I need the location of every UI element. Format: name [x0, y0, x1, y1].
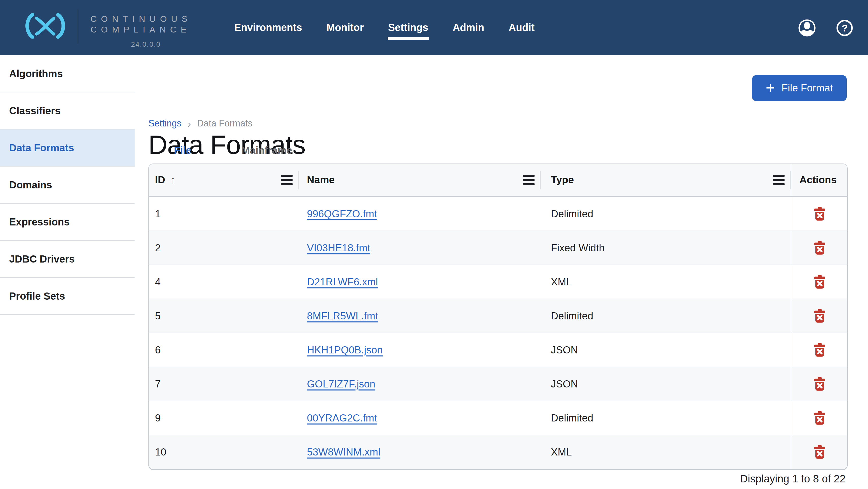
- add-file-format-button[interactable]: + File Format: [752, 75, 847, 101]
- breadcrumb-chevron-icon: ›: [188, 119, 191, 129]
- sidebar-item-domains[interactable]: Domains: [0, 167, 135, 204]
- sidebar-item-data-formats[interactable]: Data Formats: [0, 129, 135, 167]
- delete-button[interactable]: [811, 341, 828, 358]
- sidebar-item-algorithms[interactable]: Algorithms: [0, 55, 135, 92]
- nav-item-monitor[interactable]: Monitor: [327, 22, 364, 34]
- format-name-link[interactable]: D21RLWF6.xml: [307, 276, 378, 288]
- table-row: 2 VI03HE18.fmt Fixed Width: [149, 231, 847, 265]
- main-nav: Environments Monitor Settings Admin Audi…: [234, 0, 535, 55]
- brand-line-1: CONTINUOUS: [90, 14, 192, 24]
- cell-id: 5: [149, 299, 299, 333]
- cell-id: 6: [149, 333, 299, 367]
- delete-button[interactable]: [811, 307, 828, 324]
- cell-type: XML: [541, 265, 791, 299]
- breadcrumb-current: Data Formats: [197, 118, 252, 129]
- format-name-link[interactable]: GOL7IZ7F.json: [307, 378, 375, 390]
- table-row: 6 HKH1PQ0B.json JSON: [149, 333, 847, 367]
- sidebar-item-profile-sets[interactable]: Profile Sets: [0, 278, 135, 315]
- cell-id: 9: [149, 401, 299, 435]
- app-version: 24.0.0.0: [90, 40, 201, 48]
- delete-button[interactable]: [811, 444, 828, 461]
- table-body: 1 996QGFZO.fmt Delimited 2 VI03HE18.fmt …: [149, 197, 847, 469]
- nav-item-audit[interactable]: Audit: [509, 22, 535, 34]
- plus-icon: +: [766, 79, 775, 95]
- cell-id: 2: [149, 231, 299, 265]
- settings-sidebar: Algorithms Classifiers Data Formats Doma…: [0, 55, 135, 489]
- cell-id: 1: [149, 197, 299, 231]
- column-header-id[interactable]: ID ↑: [149, 164, 299, 196]
- breadcrumb: Settings › Data Formats: [148, 118, 253, 129]
- table-row: 9 00YRAG2C.fmt Delimited: [149, 401, 847, 435]
- format-name-link[interactable]: 8MFLR5WL.fmt: [307, 310, 378, 322]
- pagination-status: Displaying 1 to 8 of 22: [740, 473, 846, 485]
- column-label-actions: Actions: [799, 174, 837, 186]
- delete-button[interactable]: [811, 239, 828, 256]
- app-root: CONTINUOUS COMPLIANCE 24.0.0.0 Environme…: [0, 0, 868, 489]
- cell-id: 10: [149, 435, 299, 469]
- cell-type: Delimited: [541, 299, 791, 333]
- nav-item-admin[interactable]: Admin: [453, 22, 484, 34]
- cell-type: Delimited: [541, 197, 791, 231]
- brand-divider: [78, 9, 78, 44]
- tab-mainframe[interactable]: Mainframe: [217, 136, 317, 167]
- topbar-actions: ?: [798, 0, 854, 55]
- trash-delete-icon: [813, 275, 826, 289]
- brand-name: CONTINUOUS COMPLIANCE: [90, 14, 192, 35]
- table-row: 7 GOL7IZ7F.json JSON: [149, 367, 847, 401]
- tab-file[interactable]: File: [148, 136, 217, 167]
- trash-delete-icon: [813, 241, 826, 255]
- trash-delete-icon: [813, 343, 826, 357]
- format-name-link[interactable]: 996QGFZO.fmt: [307, 208, 377, 220]
- brand-line-2: COMPLIANCE: [90, 24, 192, 35]
- table-row: 1 996QGFZO.fmt Delimited: [149, 197, 847, 231]
- column-label-id: ID: [155, 174, 165, 186]
- delete-button[interactable]: [811, 409, 828, 427]
- trash-delete-icon: [813, 445, 826, 459]
- format-name-link[interactable]: VI03HE18.fmt: [307, 242, 370, 254]
- sidebar-item-classifiers[interactable]: Classifiers: [0, 92, 135, 129]
- column-menu-icon[interactable]: [523, 175, 535, 185]
- table-row: 10 53W8WINM.xml XML: [149, 435, 847, 469]
- cell-type: XML: [541, 435, 791, 469]
- sidebar-item-expressions[interactable]: Expressions: [0, 204, 135, 241]
- column-menu-icon[interactable]: [773, 175, 785, 185]
- cell-type: JSON: [541, 367, 791, 401]
- cell-type: JSON: [541, 333, 791, 367]
- column-menu-icon[interactable]: [281, 175, 293, 185]
- sort-ascending-icon[interactable]: ↑: [170, 174, 176, 186]
- cell-type: Fixed Width: [541, 231, 791, 265]
- sidebar-item-jdbc-drivers[interactable]: JDBC Drivers: [0, 241, 135, 278]
- column-label-type: Type: [551, 174, 574, 186]
- top-navigation-bar: CONTINUOUS COMPLIANCE 24.0.0.0 Environme…: [0, 0, 868, 55]
- trash-delete-icon: [813, 207, 826, 221]
- main-content: Settings › Data Formats Data Formats + F…: [136, 55, 868, 489]
- column-header-name[interactable]: Name: [299, 164, 541, 196]
- table-row: 5 8MFLR5WL.fmt Delimited: [149, 299, 847, 333]
- table-row: 4 D21RLWF6.xml XML: [149, 265, 847, 299]
- add-file-format-label: File Format: [782, 82, 833, 94]
- nav-item-settings[interactable]: Settings: [388, 22, 428, 34]
- help-glyph: ?: [842, 23, 847, 33]
- column-header-type[interactable]: Type: [541, 164, 791, 196]
- cell-id: 4: [149, 265, 299, 299]
- nav-item-environments[interactable]: Environments: [234, 22, 302, 34]
- format-name-link[interactable]: 53W8WINM.xml: [307, 446, 380, 458]
- delete-button[interactable]: [811, 375, 828, 393]
- format-tabs: File Mainframe: [148, 136, 317, 167]
- trash-delete-icon: [813, 377, 826, 391]
- cell-type: Delimited: [541, 401, 791, 435]
- user-avatar-icon[interactable]: [798, 19, 816, 37]
- breadcrumb-settings-link[interactable]: Settings: [148, 118, 181, 129]
- format-name-link[interactable]: HKH1PQ0B.json: [307, 344, 383, 356]
- trash-delete-icon: [813, 411, 826, 425]
- cell-id: 7: [149, 367, 299, 401]
- data-formats-table: ID ↑ Name Type Actions: [148, 164, 848, 470]
- help-icon[interactable]: ?: [835, 19, 854, 37]
- delete-button[interactable]: [811, 205, 828, 222]
- column-label-name: Name: [307, 174, 335, 186]
- table-header-row: ID ↑ Name Type Actions: [149, 164, 847, 197]
- delphix-logo-icon[interactable]: [24, 13, 66, 39]
- format-name-link[interactable]: 00YRAG2C.fmt: [307, 412, 377, 424]
- column-header-actions: Actions: [791, 164, 848, 196]
- delete-button[interactable]: [811, 273, 828, 290]
